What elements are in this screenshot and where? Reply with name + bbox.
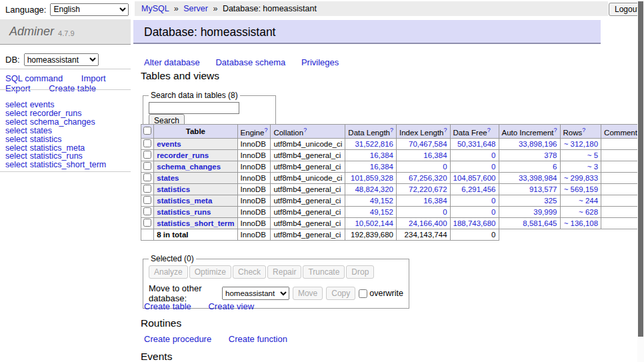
optimize-button[interactable]: Optimize (189, 265, 231, 279)
select-link[interactable]: select (5, 151, 27, 161)
table-name-link[interactable]: statistics (157, 185, 190, 193)
table-name-link[interactable]: statistics_runs (157, 208, 211, 216)
table-name-link[interactable]: states (157, 174, 179, 182)
create-function-link[interactable]: Create function (229, 334, 287, 344)
analyze-button[interactable]: Analyze (149, 265, 188, 279)
sidebar-table-link[interactable]: recorder_runs (30, 109, 82, 118)
table-name-link[interactable]: schema_changes (157, 163, 221, 171)
db-select[interactable]: homeassistant (24, 53, 99, 66)
create-table-link-sidebar[interactable]: Create table (49, 83, 96, 93)
rows-link[interactable]: ~ 628 (579, 208, 598, 216)
sidebar-table-link[interactable]: statistics_meta (30, 143, 85, 153)
import-link[interactable]: Import (81, 73, 106, 83)
move-button[interactable]: Move (293, 287, 323, 300)
index-length-link[interactable]: 72,220,672 (409, 185, 447, 193)
adminer-version[interactable]: 4.7.9 (58, 29, 74, 37)
create-view-link[interactable]: Create view (208, 301, 254, 311)
data-free-link[interactable]: 0 (491, 151, 495, 159)
drop-button[interactable]: Drop (346, 265, 374, 279)
truncate-button[interactable]: Truncate (303, 265, 345, 279)
sql-command-link[interactable]: SQL command (5, 73, 63, 83)
row-checkbox[interactable] (143, 173, 151, 181)
select-all-checkbox[interactable] (143, 127, 151, 135)
row-checkbox[interactable] (143, 151, 151, 159)
rows-link[interactable]: ~ 3 (587, 163, 598, 171)
data-length-link[interactable]: 101,859,328 (351, 174, 393, 182)
select-link[interactable]: select (5, 100, 27, 109)
data-free-link[interactable]: 0 (491, 163, 495, 171)
data-free-link[interactable]: 188,743,680 (453, 219, 496, 227)
row-checkbox[interactable] (143, 139, 151, 147)
index-length-link[interactable]: 24,166,400 (409, 219, 447, 227)
adminer-logo[interactable]: Adminer (9, 25, 54, 39)
move-db-select[interactable]: homeassistant (222, 287, 289, 300)
privileges-link[interactable]: Privileges (301, 57, 339, 67)
auto-increment-link[interactable]: 378 (544, 151, 557, 159)
create-table-link[interactable]: Create table (144, 301, 191, 311)
table-name-link[interactable]: events (157, 140, 181, 148)
scrollbar-thumb[interactable] (638, 1, 643, 337)
data-length-link[interactable]: 49,152 (370, 197, 393, 205)
overwrite-checkbox[interactable] (359, 289, 367, 298)
data-length-link[interactable]: 10,502,144 (355, 219, 393, 227)
auto-increment-link[interactable]: 39,999 (533, 208, 557, 216)
select-link[interactable]: select (5, 117, 27, 127)
breadcrumb-mysql-link[interactable]: MySQL (141, 4, 169, 13)
help-link[interactable]: ? (582, 127, 585, 133)
sidebar-table-link[interactable]: statistics (30, 135, 62, 144)
row-checkbox[interactable] (143, 196, 151, 204)
data-free-link[interactable]: 0 (491, 197, 495, 205)
select-link[interactable]: select (5, 126, 27, 135)
index-length-link[interactable]: 70,467,584 (409, 140, 447, 148)
copy-button[interactable]: Copy (326, 287, 355, 300)
check-button[interactable]: Check (233, 265, 266, 279)
rows-link[interactable]: ~ 5 (587, 151, 598, 159)
index-length-link[interactable]: 0 (443, 208, 447, 216)
export-link[interactable]: Export (5, 83, 31, 93)
help-link[interactable]: ? (303, 127, 307, 133)
sidebar-table-link[interactable]: states (30, 126, 52, 135)
auto-increment-link[interactable]: 325 (544, 197, 557, 205)
sidebar-table-link[interactable]: statistics_runs (30, 151, 83, 161)
data-length-link[interactable]: 49,152 (370, 208, 393, 216)
breadcrumb-server-link[interactable]: Server (183, 4, 208, 13)
data-length-link[interactable]: 31,522,816 (355, 140, 393, 148)
table-name-link[interactable]: statistics_meta (157, 197, 212, 205)
rows-link[interactable]: ~ 136,108 (564, 219, 598, 227)
select-link[interactable]: select (5, 143, 27, 153)
data-free-link[interactable]: 0 (491, 208, 495, 216)
table-name-link[interactable]: recorder_runs (157, 151, 209, 159)
repair-button[interactable]: Repair (267, 265, 301, 279)
row-checkbox[interactable] (143, 207, 151, 215)
help-link[interactable]: ? (390, 127, 393, 133)
data-length-link[interactable]: 16,384 (370, 163, 393, 171)
rows-link[interactable]: ~ 569,159 (564, 185, 598, 193)
language-select[interactable]: English (50, 3, 129, 16)
help-link[interactable]: ? (264, 127, 267, 133)
select-link[interactable]: select (5, 135, 27, 144)
help-link[interactable]: ? (487, 127, 491, 133)
alter-database-link[interactable]: Alter database (144, 57, 200, 67)
auto-increment-link[interactable]: 6 (553, 163, 557, 171)
index-length-link[interactable]: 67,256,320 (409, 174, 447, 182)
auto-increment-link[interactable]: 913,577 (529, 185, 557, 193)
auto-increment-link[interactable]: 8,581,645 (523, 219, 557, 227)
database-schema-link[interactable]: Database schema (215, 57, 285, 67)
index-length-link[interactable]: 16,384 (423, 197, 447, 205)
index-length-link[interactable]: 16,384 (423, 151, 447, 159)
help-link[interactable]: ? (553, 127, 557, 133)
create-procedure-link[interactable]: Create procedure (144, 334, 211, 344)
data-length-link[interactable]: 16,384 (370, 151, 393, 159)
vertical-scrollbar[interactable] (637, 0, 644, 362)
help-link[interactable]: ? (444, 127, 447, 133)
sidebar-table-link[interactable]: schema_changes (30, 117, 95, 127)
auto-increment-link[interactable]: 33,898,196 (519, 140, 557, 148)
sidebar-table-link[interactable]: events (30, 100, 55, 109)
rows-link[interactable]: ~ 244 (579, 197, 598, 205)
data-free-link[interactable]: 6,291,456 (461, 185, 495, 193)
select-link[interactable]: select (5, 109, 27, 118)
search-input[interactable] (149, 102, 239, 114)
row-checkbox[interactable] (143, 162, 151, 170)
rows-link[interactable]: ~ 312,180 (564, 140, 598, 148)
select-link[interactable]: select (5, 160, 27, 169)
